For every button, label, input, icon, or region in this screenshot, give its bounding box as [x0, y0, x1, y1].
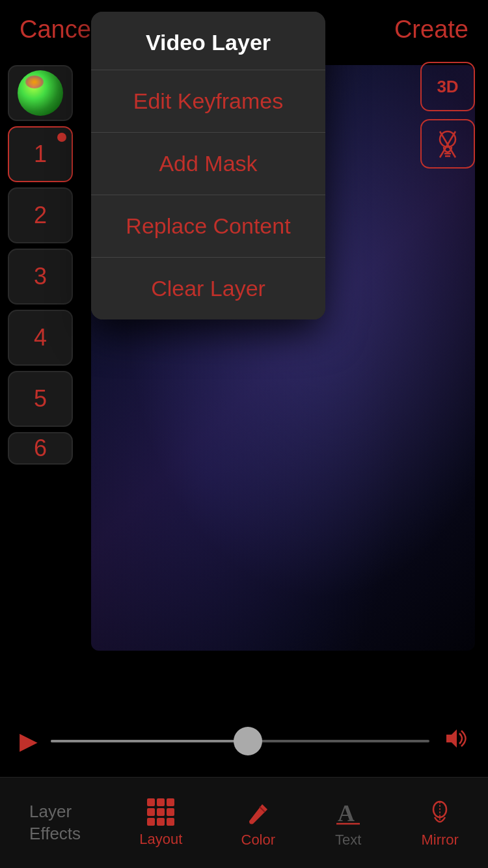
popup-title: Video Layer: [91, 12, 325, 70]
popup-add-mask[interactable]: Add Mask: [91, 133, 325, 195]
popup-menu: Video Layer Edit Keyframes Add Mask Repl…: [91, 12, 325, 319]
popup-overlay: Video Layer Edit Keyframes Add Mask Repl…: [0, 0, 488, 868]
popup-edit-keyframes[interactable]: Edit Keyframes: [91, 70, 325, 132]
popup-replace-content[interactable]: Replace Content: [91, 195, 325, 257]
popup-clear-layer[interactable]: Clear Layer: [91, 258, 325, 319]
